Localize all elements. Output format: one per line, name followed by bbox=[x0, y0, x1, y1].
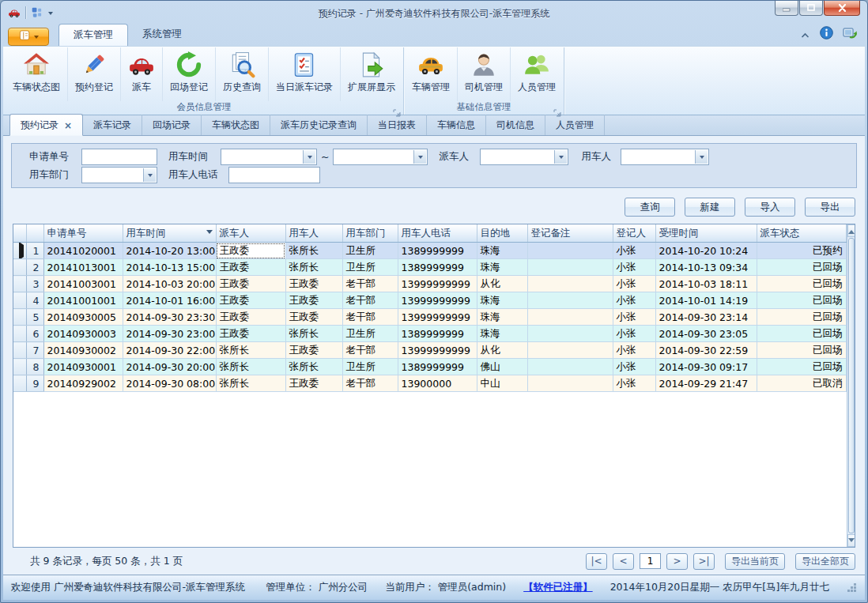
doc-tab-driver-info[interactable]: 司机信息 bbox=[486, 115, 545, 135]
status-cell[interactable]: 已回场 bbox=[757, 259, 846, 276]
table-row[interactable]: 9201409290022014-09-30 08:00张所长王政委老干部139… bbox=[13, 375, 846, 392]
ribbon-tab-dispatch-management[interactable]: 派车管理 bbox=[58, 24, 128, 46]
row-selector-header[interactable] bbox=[13, 224, 26, 243]
sort-filter-icon[interactable] bbox=[206, 230, 213, 237]
cell[interactable]: 老干部 bbox=[342, 276, 398, 292]
doc-tab-return-records[interactable]: 回场记录 bbox=[142, 115, 202, 135]
cell[interactable]: 张所长 bbox=[285, 359, 342, 375]
cell[interactable] bbox=[527, 375, 613, 392]
cell[interactable]: 13999999999 bbox=[398, 309, 477, 326]
cell[interactable] bbox=[527, 326, 613, 342]
cell[interactable]: 卫生所 bbox=[342, 259, 398, 276]
app-menu-button[interactable] bbox=[8, 28, 49, 46]
ribbon-button-today-dispatch-records[interactable]: 当日派车记录 bbox=[268, 47, 340, 101]
cell[interactable]: 珠海 bbox=[477, 326, 527, 342]
cell[interactable]: 2014-10-20 13:00 bbox=[123, 243, 216, 259]
table-row[interactable]: 4201410010012014-10-01 16:00王政委王政委老干部139… bbox=[13, 292, 846, 309]
cell[interactable]: 张所长 bbox=[285, 259, 342, 276]
next-page-button[interactable]: > bbox=[666, 553, 688, 570]
license-link[interactable]: 【软件已注册】 bbox=[523, 581, 593, 594]
status-cell[interactable]: 已取消 bbox=[757, 375, 846, 392]
cell[interactable]: 老干部 bbox=[342, 375, 398, 392]
cell[interactable]: 20141001001 bbox=[43, 292, 123, 309]
table-row[interactable]: 5201409300052014-09-30 23:30王政委王政委老干部139… bbox=[13, 309, 846, 326]
cell[interactable]: 1389999999 bbox=[398, 326, 477, 342]
user-phone-input[interactable] bbox=[228, 167, 320, 183]
doc-tab-personnel-management[interactable]: 人员管理 bbox=[545, 115, 605, 135]
chevron-down-icon[interactable] bbox=[413, 150, 426, 164]
cell[interactable]: 张所长 bbox=[285, 243, 342, 259]
cell[interactable]: 小张 bbox=[613, 243, 655, 259]
cell[interactable]: 老干部 bbox=[342, 292, 398, 309]
chevron-down-icon[interactable] bbox=[303, 150, 315, 164]
doc-tab-dispatch-history-query[interactable]: 派车历史记录查询 bbox=[270, 115, 368, 135]
ribbon-button-extended-screen-display[interactable]: 扩展屏显示 bbox=[340, 47, 402, 101]
column-header[interactable]: 用车人电话 bbox=[398, 224, 477, 243]
column-header[interactable]: 受理时间 bbox=[655, 224, 757, 243]
column-header[interactable]: 用车时间 bbox=[123, 224, 216, 243]
doc-tab-vehicle-info[interactable]: 车辆信息 bbox=[427, 115, 486, 135]
cell[interactable]: 王政委 bbox=[285, 375, 342, 392]
cell[interactable]: 2014-10-13 15:00 bbox=[123, 259, 216, 276]
cell[interactable]: 珠海 bbox=[477, 259, 527, 276]
cell[interactable]: 2014-10-03 20:00 bbox=[123, 276, 216, 292]
cell[interactable]: 20140930001 bbox=[43, 359, 123, 375]
quick-access-dropdown-icon[interactable] bbox=[48, 12, 53, 17]
department-combo[interactable] bbox=[81, 167, 157, 183]
vertical-scrollbar[interactable] bbox=[847, 224, 855, 547]
cell[interactable]: 20141020001 bbox=[43, 243, 123, 259]
export-button[interactable]: 导出 bbox=[805, 198, 855, 217]
cell[interactable]: 20140929002 bbox=[43, 375, 123, 392]
cell[interactable]: 小张 bbox=[613, 276, 655, 292]
table-row[interactable]: 8201409300012014-09-30 20:00张所长张所长卫生所138… bbox=[13, 359, 846, 375]
collapse-ribbon-icon[interactable] bbox=[800, 27, 810, 42]
cell[interactable]: 王政委 bbox=[216, 243, 285, 259]
cell[interactable] bbox=[527, 309, 613, 326]
cell[interactable]: 中山 bbox=[477, 375, 527, 392]
cell[interactable]: 13900000 bbox=[398, 375, 477, 392]
chevron-down-icon[interactable] bbox=[695, 150, 708, 164]
query-button[interactable]: 查询 bbox=[625, 198, 675, 217]
cell[interactable] bbox=[527, 342, 613, 359]
cell[interactable] bbox=[527, 292, 613, 309]
scroll-up-icon[interactable] bbox=[847, 224, 855, 237]
cell[interactable]: 2014-09-30 23:30 bbox=[123, 309, 216, 326]
cell[interactable]: 珠海 bbox=[477, 243, 527, 259]
cell[interactable]: 老干部 bbox=[342, 309, 398, 326]
new-button[interactable]: 新建 bbox=[685, 198, 735, 217]
ribbon-button-driver-management[interactable]: 司机管理 bbox=[457, 47, 510, 101]
row-selector-cell[interactable] bbox=[13, 243, 26, 259]
cell[interactable]: 王政委 bbox=[216, 309, 285, 326]
status-cell[interactable]: 已预约 bbox=[757, 243, 846, 259]
row-selector-cell[interactable] bbox=[13, 359, 26, 375]
use-time-to-combo[interactable] bbox=[333, 149, 428, 165]
cell[interactable]: 13999999999 bbox=[398, 292, 477, 309]
table-row[interactable]: 3201410030012014-10-03 20:00王政委王政委老干部139… bbox=[13, 276, 846, 292]
row-selector-cell[interactable] bbox=[13, 342, 26, 359]
export-current-page-button[interactable]: 导出当前页 bbox=[725, 553, 785, 570]
cell[interactable]: 王政委 bbox=[285, 276, 342, 292]
chevron-down-icon[interactable] bbox=[143, 168, 156, 182]
cell[interactable]: 珠海 bbox=[477, 309, 527, 326]
column-header[interactable]: 登记人 bbox=[613, 224, 655, 243]
cell[interactable]: 小张 bbox=[613, 342, 655, 359]
ribbon-button-vehicle-status-map[interactable]: 车辆状态图 bbox=[6, 47, 67, 101]
status-cell[interactable]: 已回场 bbox=[757, 326, 846, 342]
info-icon[interactable] bbox=[820, 26, 833, 43]
cell[interactable]: 小张 bbox=[613, 292, 655, 309]
cell[interactable] bbox=[527, 243, 613, 259]
row-selector-cell[interactable] bbox=[13, 309, 26, 326]
cell[interactable]: 王政委 bbox=[285, 292, 342, 309]
cell[interactable]: 佛山 bbox=[477, 359, 527, 375]
use-time-from-combo[interactable] bbox=[221, 149, 317, 165]
cell[interactable] bbox=[527, 359, 613, 375]
cell[interactable]: 老干部 bbox=[342, 342, 398, 359]
cell[interactable]: 20140930003 bbox=[43, 326, 123, 342]
cell[interactable]: 20141003001 bbox=[43, 276, 123, 292]
cell[interactable]: 2014-09-30 22:59 bbox=[655, 342, 757, 359]
first-page-button[interactable]: |< bbox=[586, 553, 607, 570]
cell[interactable]: 小张 bbox=[613, 375, 655, 392]
scroll-down-icon[interactable] bbox=[847, 534, 855, 547]
table-row[interactable]: 2201410130012014-10-13 15:00王政委张所长卫生所138… bbox=[13, 259, 846, 276]
cell[interactable]: 2014-10-20 10:24 bbox=[655, 243, 757, 259]
